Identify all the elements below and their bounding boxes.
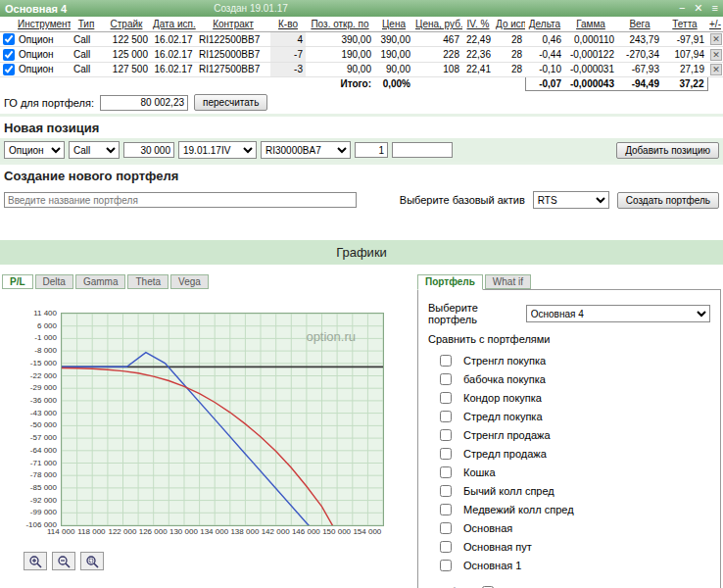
add-position-button[interactable]: Добавить позицию (616, 142, 719, 159)
row-close-icon[interactable]: ✕ (710, 64, 722, 75)
portfolio-checkbox[interactable] (440, 411, 452, 422)
portfolio-checkbox[interactable] (440, 373, 452, 385)
tab-gamma[interactable]: Gamma (75, 274, 126, 289)
portfolio-select-label: Выберите портфель (428, 302, 526, 325)
new-portfolio-form: Выберите базовый актив RTS Создать портф… (0, 186, 723, 215)
tab-vega[interactable]: Vega (170, 274, 209, 289)
quantity-input[interactable] (355, 142, 388, 158)
total-theta: 37,22 (662, 77, 707, 91)
col-header-price[interactable]: Цена (374, 17, 413, 32)
portfolio-name-input[interactable] (4, 192, 357, 208)
col-header-vega[interactable]: Вега (617, 17, 662, 32)
col-header-contract[interactable]: Контракт (196, 17, 270, 32)
tab-whatif[interactable]: What if (485, 274, 531, 289)
col-header-gamma[interactable]: Гамма (564, 17, 617, 32)
base-asset-select[interactable]: RTS (533, 191, 609, 209)
col-header-open[interactable]: Поз. откр. по (306, 17, 374, 32)
portfolio-label: Основная пут (463, 541, 532, 553)
x-tick-label: 146 000 (292, 527, 320, 536)
tab-delta[interactable]: Delta (35, 274, 73, 289)
portfolio-checkbox[interactable] (440, 466, 452, 478)
compare-label: Сравнить с портфелями (428, 333, 710, 345)
x-tick-label: 114 000 (47, 527, 74, 536)
position-row: Опцион Call 122 500 16.02.17 RI122500BB7… (0, 32, 723, 47)
chart-panel: P/L Delta Gamma Theta Vega 11 4006 000-1… (2, 274, 398, 588)
col-header-iv[interactable]: IV. % (462, 17, 494, 32)
portfolio-checkbox[interactable] (440, 448, 452, 460)
portfolio-select[interactable]: Основная 4 (526, 305, 710, 322)
totals-percent: 0,00% (374, 77, 413, 91)
col-header-plusminus[interactable]: +/- (707, 17, 723, 32)
tab-pl[interactable]: P/L (2, 274, 33, 289)
cell-open: 190,00 (306, 47, 374, 62)
cell-days: 28 (494, 62, 525, 76)
zoom-out-icon (57, 555, 71, 568)
col-header-instrument[interactable]: Инструмент (16, 17, 71, 32)
close-icon[interactable]: ✕ (694, 0, 702, 17)
minimize-icon[interactable]: − (679, 0, 685, 17)
strike-input[interactable] (123, 142, 174, 158)
x-tick-label: 150 000 (322, 527, 351, 536)
col-header-price-rub[interactable]: Цена, руб. (413, 17, 462, 32)
zoom-reset-button[interactable] (80, 552, 104, 570)
recalculate-button[interactable]: пересчитать (194, 94, 267, 111)
tab-portfolio[interactable]: Портфель (417, 274, 483, 290)
menu-icon[interactable]: ≡ (712, 0, 718, 17)
cell-instrument: Опцион (16, 47, 71, 62)
cell-contract: RI125000BB7 (196, 47, 270, 62)
expiry-select[interactable]: 19.01.17IV (178, 141, 257, 159)
portfolio-checkbox[interactable] (440, 429, 452, 441)
portfolio-select-row: Выберите портфель Основная 4 (428, 302, 710, 325)
portfolio-checkbox[interactable] (440, 560, 452, 571)
portfolio-checkbox[interactable] (440, 392, 452, 404)
cell-instrument: Опцион (16, 62, 71, 76)
portfolio-checkbox[interactable] (440, 504, 452, 515)
y-tick-label: -92 000 (30, 496, 57, 505)
x-tick-label: 126 000 (139, 527, 168, 536)
tab-theta[interactable]: Theta (127, 274, 169, 289)
portfolio-checkbox[interactable] (440, 355, 452, 367)
option-type-select[interactable]: Call (69, 141, 120, 159)
col-header-type[interactable]: Тип (71, 17, 102, 32)
portfolio-label: Стредл продажа (463, 448, 547, 460)
cell-gamma: 0,000110 (564, 32, 617, 47)
col-header-date[interactable]: Дата исп. (151, 17, 196, 32)
chart-plot-area[interactable]: option.ru (61, 313, 384, 526)
portfolio-checkbox[interactable] (440, 522, 452, 534)
cell-theta: 27,19 (662, 62, 707, 76)
cell-price: 90,00 (374, 62, 413, 76)
price-input[interactable] (392, 142, 453, 158)
cell-qty: -7 (270, 47, 306, 62)
row-close-icon[interactable]: ✕ (710, 49, 722, 61)
position-checkbox[interactable] (3, 64, 15, 75)
cell-theta: -97,91 (662, 32, 707, 47)
col-header-days[interactable]: До исп. (494, 17, 525, 32)
create-portfolio-button[interactable]: Создать портфель (617, 192, 719, 209)
pl-chart-canvas (62, 314, 383, 525)
zoom-out-button[interactable] (52, 552, 75, 570)
col-header-delta[interactable]: Дельта (525, 17, 564, 32)
col-header-strike[interactable]: Страйк (102, 17, 151, 32)
col-header-qty[interactable]: К-во (270, 17, 306, 32)
portfolio-label: Медвежий колл спред (463, 504, 574, 515)
cell-contract: RI127500BB7 (196, 62, 270, 76)
chart-x-axis: 114 000118 000122 000126 000130 000134 0… (61, 526, 386, 538)
portfolio-checkbox[interactable] (440, 485, 452, 497)
col-header-theta[interactable]: Тетта (662, 17, 707, 32)
portfolio-checkbox[interactable] (440, 541, 452, 553)
x-tick-label: 154 000 (353, 527, 381, 536)
instrument-select[interactable]: Опцион (4, 141, 65, 159)
zoom-in-button[interactable] (24, 552, 47, 570)
x-tick-label: 134 000 (200, 527, 228, 536)
position-checkbox[interactable] (3, 33, 15, 45)
list-item: Стредл покупка (428, 407, 710, 425)
position-checkbox[interactable] (3, 49, 15, 61)
cell-price: 390,00 (374, 32, 413, 47)
cell-theta: 107,94 (662, 47, 707, 62)
row-close-icon[interactable]: ✕ (710, 33, 722, 45)
list-item: Бычий колл спред (428, 481, 710, 500)
list-item: Стредл продажа (428, 444, 710, 463)
margin-input[interactable] (100, 95, 188, 111)
contract-select[interactable]: RI30000BA7 (261, 141, 351, 159)
x-tick-label: 130 000 (169, 527, 198, 536)
